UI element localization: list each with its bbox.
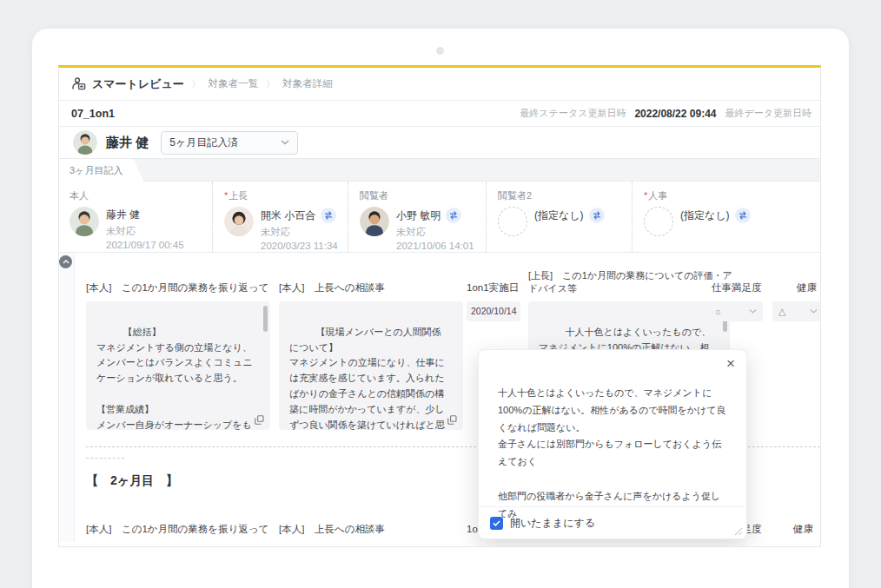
- reviewer-card-viewer2: 閲覧者2 (指定なし): [486, 182, 632, 252]
- column-header-boss-evaluation: [上長] この1か月間の業務についての評価・アドバイス等: [528, 269, 735, 295]
- chevron-down-icon: [281, 140, 289, 145]
- reviewer-status: 未対応: [106, 225, 184, 238]
- column-header-satisfaction: 仕事満足度: [712, 281, 762, 294]
- reviewer-datetime: 2021/09/17 00:45: [106, 240, 184, 250]
- required-mark: *: [224, 190, 228, 201]
- chevron-right-icon: 〉: [266, 78, 275, 90]
- reviewer-name: 開米 小百合: [261, 208, 315, 223]
- column-header-self-review: [本人] この1か月間の業務を振り返って: [86, 281, 268, 294]
- reviewer-role: 本人: [70, 189, 212, 202]
- review-panel: スマートレビュー 〉 対象者一覧 〉 対象者詳細 07_1on1 最終ステータス…: [58, 65, 821, 547]
- reviewer-role: 上長: [229, 190, 248, 201]
- reviewer-role: 人事: [648, 190, 667, 201]
- avatar: [360, 207, 389, 236]
- sheet-title: 07_1on1: [71, 108, 115, 120]
- health-value: △: [778, 306, 785, 317]
- tab-strip: 3ヶ月目記入: [59, 159, 820, 182]
- empty-avatar: [498, 207, 527, 236]
- swap-reviewer-icon[interactable]: [446, 208, 461, 223]
- breadcrumb-root[interactable]: スマートレビュー: [92, 76, 184, 92]
- reviewer-status: 未対応: [396, 226, 474, 239]
- column-header-health: 健康: [793, 523, 813, 536]
- reviewer-role: 閲覧者2: [498, 189, 632, 202]
- month2-section-title: 【 2ヶ月目 】: [86, 473, 178, 489]
- reviewer-datetime: 2021/10/06 14:01: [396, 241, 474, 251]
- camera-dot: [436, 47, 444, 55]
- breadcrumb-item-detail: 対象者詳細: [282, 77, 333, 90]
- reviewer-card-self: 本人 藤井 健 未対応: [59, 182, 212, 252]
- device-frame: スマートレビュー 〉 対象者一覧 〉 対象者詳細 07_1on1 最終ステータス…: [32, 29, 849, 588]
- status-updated-value: 2022/08/22 09:44: [634, 108, 716, 120]
- chevron-up-icon: [63, 260, 70, 264]
- resize-handle[interactable]: [734, 527, 743, 536]
- column-header-self-review: [本人] この1か月間の業務を振り返って: [86, 523, 268, 536]
- scrollbar-thumb[interactable]: [263, 306, 268, 332]
- left-gutter: [59, 253, 75, 542]
- close-icon[interactable]: ×: [726, 356, 735, 371]
- keep-open-label: 開いたままにする: [510, 516, 595, 531]
- expand-text-icon[interactable]: [255, 415, 264, 425]
- status-updated-label: 最終ステータス更新日時: [520, 107, 626, 120]
- column-header-meeting-date: 1on1実施日: [467, 281, 519, 294]
- column-header-consultation: [本人] 上長への相談事: [279, 281, 385, 294]
- reviewer-card-hr: *人事 (指定なし): [632, 182, 820, 252]
- data-updated-label: 最終データ更新日時: [725, 107, 811, 120]
- health-select[interactable]: △: [772, 301, 820, 321]
- reviewer-name: (指定なし): [534, 208, 584, 223]
- avatar: [73, 130, 97, 155]
- keep-open-checkbox[interactable]: [490, 517, 503, 530]
- consultation-text: 【現場メンバーとの人間関係について】 マネジメントの立場になり、仕事には充実感を…: [289, 327, 445, 430]
- reviewer-name: 小野 敏明: [396, 208, 440, 223]
- reviewer-card-viewer: 閲覧者 小野 敏明: [348, 182, 486, 252]
- swap-reviewer-icon[interactable]: [735, 208, 751, 223]
- check-icon: [493, 520, 500, 526]
- modal-footer: 開いたままにする: [479, 506, 746, 538]
- self-review-textbox: 【総括】 マネジメントする側の立場となり、メンバーとはバランスよくコミュニケーシ…: [86, 301, 270, 430]
- breadcrumb: スマートレビュー 〉 対象者一覧 〉 対象者詳細: [59, 68, 820, 101]
- reviewer-name: (指定なし): [680, 208, 730, 223]
- reviewer-datetime: 2020/03/23 11:34: [261, 241, 338, 251]
- period-select[interactable]: 5ヶ月目記入済: [161, 131, 298, 155]
- avatar: [224, 207, 254, 236]
- column-header-consultation: [本人] 上長への相談事: [279, 523, 385, 536]
- person-name: 藤井 健: [106, 135, 149, 151]
- satisfaction-select[interactable]: ○: [709, 301, 763, 321]
- reviewer-row: 本人 藤井 健 未対応: [59, 182, 820, 253]
- reviewer-status: 未対応: [261, 226, 338, 239]
- required-mark: *: [644, 190, 647, 201]
- update-info: 最終ステータス更新日時 2022/08/22 09:44 最終データ更新日時: [520, 107, 811, 120]
- empty-avatar: [644, 207, 673, 236]
- chevron-down-icon: [749, 309, 757, 314]
- expand-text-icon[interactable]: [447, 415, 457, 425]
- page-background: スマートレビュー 〉 対象者一覧 〉 対象者詳細 07_1on1 最終ステータス…: [0, 0, 881, 588]
- self-review-text: 【総括】 マネジメントする側の立場となり、メンバーとはバランスよくコミュニケーシ…: [96, 327, 253, 430]
- swap-reviewer-icon[interactable]: [589, 208, 605, 223]
- satisfaction-value: ○: [715, 307, 721, 317]
- smart-review-icon: [71, 77, 86, 90]
- period-select-value: 5ヶ月目記入済: [169, 135, 238, 150]
- consultation-textbox: 【現場メンバーとの人間関係について】 マネジメントの立場になり、仕事には充実感を…: [279, 301, 463, 430]
- column-header-health: 健康: [797, 281, 817, 294]
- avatar: [70, 207, 99, 236]
- swap-reviewer-icon[interactable]: [321, 208, 336, 223]
- chevron-right-icon: 〉: [192, 78, 201, 90]
- tab-month3-entry[interactable]: 3ヶ月目記入: [59, 159, 143, 182]
- reviewer-name: 藤井 健: [106, 208, 140, 222]
- reviewer-role: 閲覧者: [360, 189, 486, 202]
- reviewer-card-boss: *上長 開米 小百合: [212, 182, 348, 252]
- evaluation-detail-modal: × 十人十色とはよくいったもので、マネジメントに100%の正解はない。相性がある…: [479, 350, 746, 538]
- breadcrumb-item-list[interactable]: 対象者一覧: [209, 77, 259, 90]
- meeting-date-value: 2020/10/14: [467, 301, 520, 321]
- collapse-section-button[interactable]: [59, 255, 72, 268]
- chevron-down-icon: [810, 309, 818, 314]
- section-divider: [86, 458, 124, 459]
- modal-text: 十人十色とはよくいったもので、マネジメントに100%の正解はない。相性があるので…: [498, 385, 729, 522]
